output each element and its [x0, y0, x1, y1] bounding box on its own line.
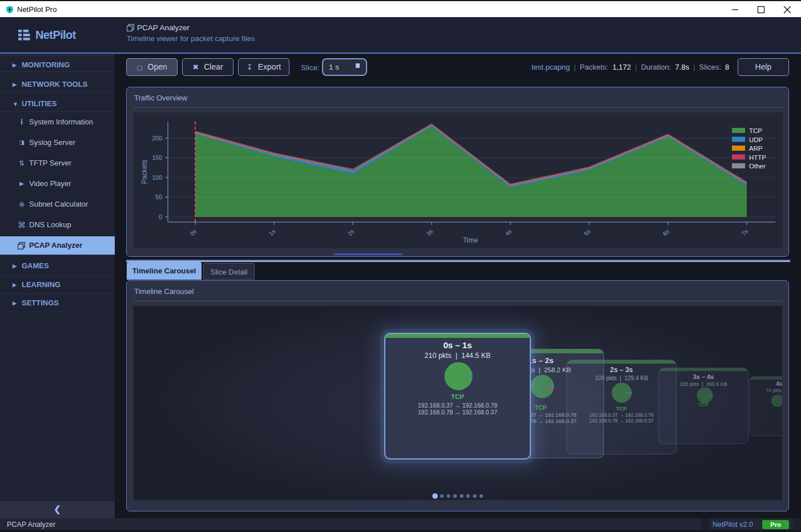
svg-text:ARP: ARP — [749, 145, 763, 152]
svg-text:TCP: TCP — [749, 127, 762, 134]
svg-text:50: 50 — [155, 194, 162, 200]
svg-text:HTTP: HTTP — [749, 154, 766, 161]
svg-text:Packets: Packets — [140, 160, 148, 184]
svg-text:100: 100 — [152, 174, 162, 181]
svg-text:0: 0 — [159, 213, 162, 220]
svg-text:Time: Time — [463, 236, 478, 244]
svg-text:150: 150 — [152, 154, 162, 161]
svg-text:Other: Other — [749, 163, 766, 170]
svg-text:200: 200 — [152, 135, 162, 142]
svg-text:UDP: UDP — [749, 136, 763, 143]
